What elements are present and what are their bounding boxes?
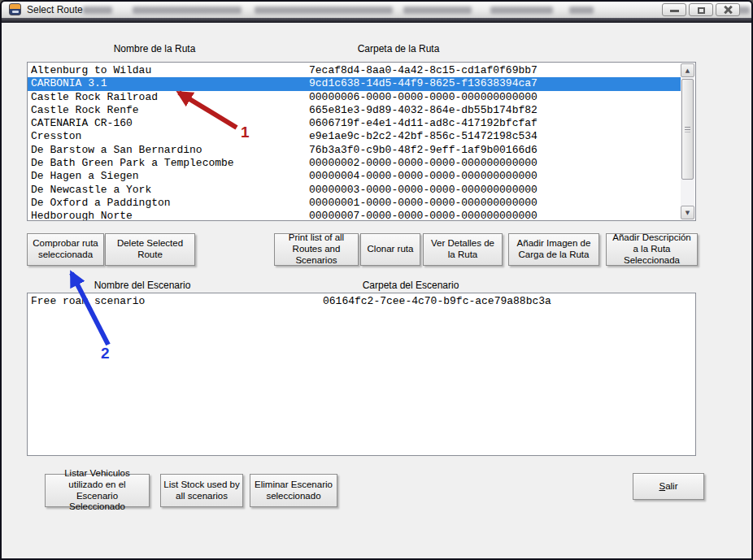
scenario-folder-header: Carpeta del Escenario bbox=[313, 280, 508, 291]
scroll-down-button[interactable]: ▼ bbox=[681, 206, 694, 219]
route-name: CARBONIA 3.1 bbox=[31, 77, 309, 90]
route-name-header: Nombre de la Ruta bbox=[57, 43, 252, 54]
background-window-artifact bbox=[490, 7, 553, 14]
route-row[interactable]: CARBONIA 3.1 9cd1c638-14d5-44f9-8625-f13… bbox=[28, 77, 694, 90]
minimize-button[interactable] bbox=[662, 3, 686, 16]
background-window-artifact bbox=[255, 7, 393, 14]
route-folder: 0606719f-e4e1-4d11-ad8c-417192bfcfaf bbox=[309, 117, 681, 130]
add-route-description-button[interactable]: Añadir Descripción a la Ruta Seleccionad… bbox=[606, 233, 698, 266]
dialog-client-area: Nombre de la Ruta Carpeta de la Ruta Alt… bbox=[2, 23, 751, 558]
scenario-row[interactable]: Free roam scenario 06164fc2-7cee-4c70-b9… bbox=[28, 295, 694, 308]
close-button[interactable] bbox=[716, 3, 740, 16]
route-folder: 00000004-0000-0000-0000-000000000000 bbox=[309, 170, 681, 183]
select-route-window: Select Route Nombre de la Ruta Carpeta d… bbox=[0, 0, 753, 560]
route-name: De Barstow a San Bernardino bbox=[31, 144, 309, 157]
route-name: CATENARIA CR-160 bbox=[31, 117, 309, 130]
route-name: De Oxford a Paddington bbox=[31, 197, 309, 210]
route-folder: 7ecaf8d4-8aa0-4a42-8c15-cd1af0f69bb7 bbox=[309, 64, 681, 77]
route-name: De Newcastle a York bbox=[31, 184, 309, 197]
route-row[interactable]: Hedborough Norte 00000007-0000-0000-0000… bbox=[28, 210, 681, 221]
route-name: De Bath Green Park a Templecombe bbox=[31, 157, 309, 170]
maximize-icon bbox=[698, 7, 705, 14]
list-vehicles-button[interactable]: Listar Vehiculos utilizado en el Escenar… bbox=[45, 474, 150, 507]
route-rows: Altenburg to Wildau 7ecaf8d4-8aa0-4a42-8… bbox=[28, 63, 681, 219]
route-name: Castle Rock Renfe bbox=[31, 104, 309, 117]
arrow-down-icon: ▼ bbox=[686, 210, 690, 216]
route-row[interactable]: De Bath Green Park a Templecombe 0000000… bbox=[28, 157, 681, 170]
scenario-name: Free roam scenario bbox=[31, 295, 323, 308]
route-folder-header: Carpeta de la Ruta bbox=[301, 43, 496, 54]
route-folder: 665e81e3-9d89-4032-864e-db55b174bf82 bbox=[309, 104, 681, 117]
background-window-artifact bbox=[133, 7, 242, 14]
route-folder: e9e1ae9c-b2c2-42bf-856c-51472198c534 bbox=[309, 130, 681, 143]
route-folder: 9cd1c638-14d5-44f9-8625-f13638394ca7 bbox=[309, 77, 694, 90]
route-name: De Hagen a Siegen bbox=[31, 170, 309, 183]
exit-button[interactable]: Salir bbox=[633, 473, 704, 500]
scrollbar-thumb[interactable] bbox=[681, 79, 694, 180]
scenario-listbox[interactable]: Free roam scenario 06164fc2-7cee-4c70-b9… bbox=[27, 293, 696, 456]
delete-route-button[interactable]: Delete Selected Route bbox=[105, 233, 195, 266]
route-row[interactable]: De Barstow a San Bernardino 76b3a3f0-c9b… bbox=[28, 144, 681, 157]
delete-scenario-button[interactable]: Eliminar Escenario seleccionado bbox=[250, 474, 337, 507]
route-row[interactable]: De Newcastle a York 00000003-0000-0000-0… bbox=[28, 184, 681, 197]
route-name: Hedborough Norte bbox=[31, 210, 309, 221]
scroll-up-button[interactable]: ▲ bbox=[681, 63, 694, 77]
background-window-artifact bbox=[403, 7, 472, 14]
window-controls bbox=[662, 3, 740, 16]
background-window-artifact bbox=[569, 7, 594, 14]
route-row[interactable]: CATENARIA CR-160 0606719f-e4e1-4d11-ad8c… bbox=[28, 117, 681, 130]
route-name: Cresston bbox=[31, 130, 309, 143]
window-title: Select Route bbox=[27, 4, 83, 16]
route-listbox[interactable]: Altenburg to Wildau 7ecaf8d4-8aa0-4a42-8… bbox=[27, 62, 696, 221]
route-folder: 00000007-0000-0000-0000-000000000000 bbox=[309, 210, 681, 221]
route-folder: 00000006-0000-0000-0000-000000000000 bbox=[309, 91, 681, 104]
route-row[interactable]: Castle Rock Renfe 665e81e3-9d89-4032-864… bbox=[28, 104, 681, 117]
route-folder: 00000003-0000-0000-0000-000000000000 bbox=[309, 184, 681, 197]
arrow-up-icon: ▲ bbox=[686, 67, 690, 74]
route-name: Altenburg to Wildau bbox=[31, 64, 309, 77]
scenario-rows: Free roam scenario 06164fc2-7cee-4c70-b9… bbox=[28, 294, 694, 454]
route-row[interactable]: De Hagen a Siegen 00000004-0000-0000-000… bbox=[28, 170, 681, 183]
route-row[interactable]: Altenburg to Wildau 7ecaf8d4-8aa0-4a42-8… bbox=[28, 64, 681, 77]
exit-button-label: Salir bbox=[659, 481, 677, 493]
background-window-artifact bbox=[83, 7, 112, 14]
app-icon bbox=[9, 3, 21, 15]
scenario-name-header: Nombre del Escenario bbox=[45, 280, 240, 291]
print-list-button[interactable]: Print list of all Routes and Scenarios bbox=[274, 233, 359, 266]
route-folder: 00000002-0000-0000-0000-000000000000 bbox=[309, 157, 681, 170]
titlebar: Select Route bbox=[2, 2, 751, 18]
route-details-button[interactable]: Ver Detalles de la Ruta bbox=[423, 233, 503, 266]
list-stock-button[interactable]: List Stock used by all scenarios bbox=[160, 474, 243, 507]
route-row[interactable]: Castle Rock Railroad 00000006-0000-0000-… bbox=[28, 91, 681, 104]
annotation-marker-2: 2 bbox=[101, 345, 110, 362]
scenario-folder: 06164fc2-7cee-4c70-b9fc-ace79a88bc3a bbox=[323, 295, 694, 308]
check-route-button[interactable]: Comprobar ruta seleccionada bbox=[27, 233, 104, 266]
route-list-scrollbar[interactable]: ▲ ▼ bbox=[681, 63, 694, 219]
add-route-image-button[interactable]: Añadir Imagen de Carga de la Ruta bbox=[508, 233, 599, 266]
route-row[interactable]: De Oxford a Paddington 00000001-0000-000… bbox=[28, 197, 681, 210]
annotation-marker-1: 1 bbox=[241, 124, 250, 141]
maximize-button[interactable] bbox=[689, 3, 713, 16]
route-name: Castle Rock Railroad bbox=[31, 91, 309, 104]
route-folder: 76b3a3f0-c9b0-48f2-9eff-1af9b00166d6 bbox=[309, 144, 681, 157]
route-row[interactable]: Cresston e9e1ae9c-b2c2-42bf-856c-5147219… bbox=[28, 130, 681, 143]
close-icon bbox=[723, 5, 733, 15]
minimize-icon bbox=[670, 10, 679, 12]
clone-route-button[interactable]: Clonar ruta bbox=[360, 233, 420, 266]
route-folder: 00000001-0000-0000-0000-000000000000 bbox=[309, 197, 681, 210]
